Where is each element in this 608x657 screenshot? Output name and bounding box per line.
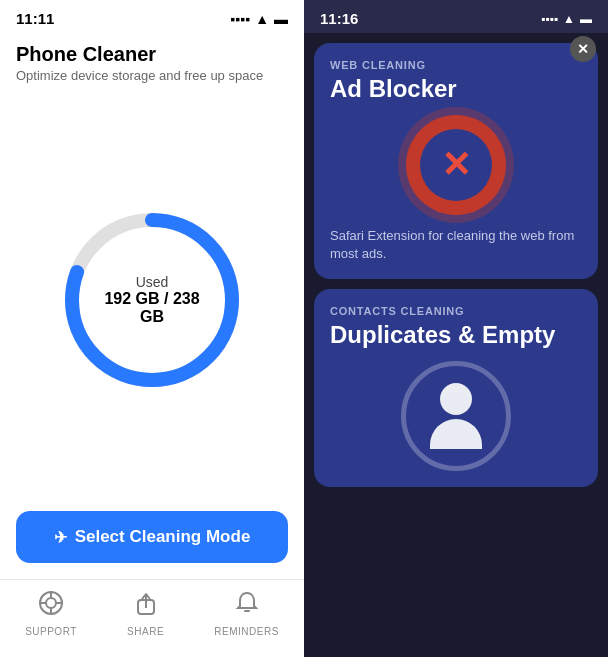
contact-head [440, 383, 472, 415]
select-btn-label: Select Cleaning Mode [75, 527, 251, 547]
card1-icon-area: ✕ [330, 115, 582, 215]
ad-blocker-x-icon: ✕ [441, 147, 471, 183]
app-header: Phone Cleaner Optimize device storage an… [0, 33, 304, 89]
app-title: Phone Cleaner [16, 43, 288, 66]
nav-label-support: SUPPORT [25, 626, 77, 637]
svg-point-1 [46, 598, 56, 608]
nav-label-reminders: REMINDERS [214, 626, 279, 637]
card1-category: WEB CLEANING [330, 59, 582, 71]
card2-title: Duplicates & Empty [330, 321, 582, 349]
contact-icon-circle [401, 361, 511, 471]
card1-title: Ad Blocker [330, 75, 582, 103]
wifi-icon-right: ▲ [563, 12, 575, 26]
contact-person-icon [430, 383, 482, 449]
time-right: 11:16 [320, 10, 358, 27]
status-bar-left: 11:11 ▪▪▪▪ ▲ ▬ [0, 0, 304, 33]
nav-item-share[interactable]: SHARE [127, 590, 164, 637]
contact-icon-wrapper [330, 361, 582, 471]
card-duplicates: CONTACTS CLEANING Duplicates & Empty [314, 289, 598, 487]
contact-body [430, 419, 482, 449]
time-left: 11:11 [16, 10, 54, 27]
donut-label-value: 192 GB / 238 GB [102, 290, 202, 326]
donut-chart: Used 192 GB / 238 GB [52, 200, 252, 400]
card1-description: Safari Extension for cleaning the web fr… [330, 227, 582, 263]
wifi-icon: ▲ [255, 11, 269, 27]
reminders-icon [234, 590, 260, 622]
donut-center: Used 192 GB / 238 GB [102, 274, 202, 326]
ad-blocker-inner-circle: ✕ [420, 129, 492, 201]
battery-icon-right: ▬ [580, 12, 592, 26]
card2-category: CONTACTS CLEANING [330, 305, 582, 317]
close-button[interactable]: ✕ [570, 36, 596, 62]
support-icon [38, 590, 64, 622]
ad-blocker-outer-circle: ✕ [406, 115, 506, 215]
nav-item-support[interactable]: SUPPORT [25, 590, 77, 637]
share-icon [133, 590, 159, 622]
status-icons-right: ▪▪▪▪ ▲ ▬ [541, 12, 592, 26]
right-panel: 11:16 ▪▪▪▪ ▲ ▬ ✕ WEB CLEANING Ad Blocker… [304, 0, 608, 657]
select-cleaning-mode-button[interactable]: ✈ Select Cleaning Mode [16, 511, 288, 563]
status-bar-right: 11:16 ▪▪▪▪ ▲ ▬ [304, 0, 608, 33]
signal-icon-right: ▪▪▪▪ [541, 12, 558, 26]
nav-label-share: SHARE [127, 626, 164, 637]
nav-item-reminders[interactable]: REMINDERS [214, 590, 279, 637]
select-btn-icon: ✈ [54, 528, 67, 547]
signal-icon: ▪▪▪▪ [230, 11, 250, 27]
status-icons-left: ▪▪▪▪ ▲ ▬ [230, 11, 288, 27]
card-ad-blocker: WEB CLEANING Ad Blocker ✕ Safari Extensi… [314, 43, 598, 279]
donut-label-used: Used [102, 274, 202, 290]
battery-icon: ▬ [274, 11, 288, 27]
ad-blocker-icon: ✕ [406, 115, 506, 215]
bottom-nav: SUPPORT SHARE REMINDERS [0, 579, 304, 657]
app-subtitle: Optimize device storage and free up spac… [16, 68, 288, 83]
left-panel: 11:11 ▪▪▪▪ ▲ ▬ Phone Cleaner Optimize de… [0, 0, 304, 657]
storage-chart-container: Used 192 GB / 238 GB [0, 89, 304, 511]
